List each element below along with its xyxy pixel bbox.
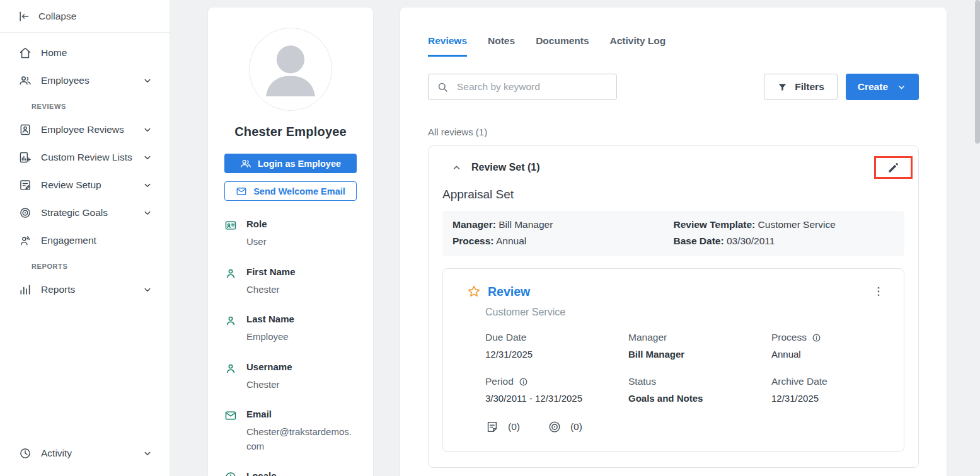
chevron-down-icon [142,448,153,459]
field-value: User [246,235,267,249]
profile-field-role: Role User [224,218,357,249]
login-as-employee-label: Login as Employee [258,159,341,169]
goals-counter[interactable]: (0) [548,420,582,434]
field-value: Chester@trakstardemos.com [246,425,354,453]
detail-manager: Manager Bill Manager [628,332,771,360]
summary-review-template: Review Template: Customer Service [674,219,895,230]
edit-pencil-icon[interactable] [887,161,900,174]
profile-field-email: Email Chester@trakstardemos.com [224,409,357,453]
summary-label: Process: [453,235,493,246]
sidebar-nav: Home Employees REVIEWS Employee Reviews … [0,33,170,476]
detail-label: Manager [628,332,667,343]
collapse-chevron-up-icon[interactable] [451,162,463,174]
sidebar-item-employees[interactable]: Employees [0,67,170,94]
chevron-down-icon [896,82,907,93]
detail-value: Bill Manager [628,349,771,360]
funnel-icon [777,82,788,93]
info-icon[interactable] [519,377,528,387]
detail-value: 12/31/2025 [485,349,628,360]
sidebar-item-employee-reviews[interactable]: Employee Reviews [0,116,170,144]
summary-value: Customer Service [758,219,836,230]
field-label: First Name [246,266,296,277]
sidebar-item-reports[interactable]: Reports [0,276,170,303]
detail-period: Period 3/30/2011 - 12/31/2025 [485,376,628,404]
chevron-down-icon [142,207,153,218]
sidebar-item-home[interactable]: Home [0,39,170,67]
note-icon [485,420,499,434]
sidebar-collapse-button[interactable]: Collapse [0,0,170,33]
filters-button[interactable]: Filters [764,74,838,100]
detail-archive-date: Archive Date 12/31/2025 [771,376,885,404]
field-label: Email [246,409,354,419]
review-template-name: Customer Service [485,307,885,318]
send-welcome-email-button[interactable]: Send Welcome Email [224,181,357,201]
detail-value: Goals and Notes [628,393,771,404]
toolbar-actions: Filters Create [764,74,919,100]
create-button[interactable]: Create [846,74,919,100]
send-welcome-email-label: Send Welcome Email [253,186,345,196]
profile-field-username: Username Chester [224,361,357,392]
review-set-card: Review Set (1) Appraisal Set Manager: Bi… [428,145,919,468]
sidebar-item-custom-review-lists[interactable]: Custom Review Lists [0,144,170,171]
detail-label: Due Date [485,332,526,343]
chevron-down-icon [142,152,153,163]
tab-reviews[interactable]: Reviews [428,35,467,57]
review-details-grid: Due Date 12/31/2025 Manager Bill Manager… [485,332,885,404]
page-scrollbar[interactable] [975,0,980,476]
chevron-down-icon [142,124,153,135]
tab-documents[interactable]: Documents [536,35,589,57]
summary-base-date: Base Date: 03/30/2011 [674,235,895,247]
field-label: Role [246,218,267,229]
chevron-down-icon [142,75,153,86]
summary-value: 03/30/2011 [727,235,775,246]
sidebar: Collapse Home Employees REVIEWS Employee… [0,0,170,476]
sidebar-item-label: Home [41,47,67,59]
review-set-header: Review Set (1) [442,155,904,180]
chevron-down-icon [142,284,153,295]
review-link[interactable]: Review [488,285,530,299]
engagement-icon [19,234,32,247]
sidebar-item-label: Activity [41,448,72,459]
search-icon [437,81,449,93]
scrollbar-thumb[interactable] [975,0,980,144]
sidebar-item-label: Review Setup [41,179,101,191]
field-label: Locale [246,470,277,476]
detail-label: Period [485,376,514,387]
people-icon [240,158,251,169]
employee-profile-card: Chester Employee Login as Employee Send … [208,8,373,476]
review-card-header: Review [466,284,885,299]
sidebar-item-label: Employees [41,75,89,86]
more-options-icon[interactable] [872,285,885,298]
detail-status: Status Goals and Notes [628,376,771,404]
sidebar-item-label: Custom Review Lists [41,152,132,163]
sidebar-spacer [0,303,170,439]
login-as-employee-button[interactable]: Login as Employee [224,154,357,173]
field-value: Chester [246,378,292,392]
mail-icon [236,186,247,197]
summary-label: Manager: [453,219,496,230]
sidebar-item-strategic-goals[interactable]: Strategic Goals [0,199,170,227]
all-reviews-count: All reviews (1) [428,127,919,137]
tab-activity-log[interactable]: Activity Log [610,35,666,57]
info-icon[interactable] [812,333,821,343]
profile-field-last-name: Last Name Employee [224,314,357,344]
sidebar-item-engagement[interactable]: Engagement [0,227,170,254]
mail-icon [224,409,237,422]
review-set-summary: Manager: Bill Manager Review Template: C… [442,211,904,256]
detail-value: 3/30/2011 - 12/31/2025 [485,393,628,404]
toolbar: Filters Create [428,74,919,100]
sidebar-item-label: Employee Reviews [41,124,124,135]
people-icon [19,74,32,87]
notes-counter[interactable]: (0) [485,420,520,434]
sidebar-item-activity[interactable]: Activity [0,439,170,467]
tab-notes[interactable]: Notes [488,35,515,57]
collapse-icon [18,10,30,23]
detail-label: Process [771,332,807,343]
search-input[interactable] [456,81,608,93]
field-value: Chester [246,283,296,297]
avatar [249,28,332,111]
goal-target-icon [548,420,562,434]
field-label: Last Name [246,314,294,324]
goals-count: (0) [570,421,582,433]
sidebar-item-review-setup[interactable]: Review Setup [0,171,170,199]
